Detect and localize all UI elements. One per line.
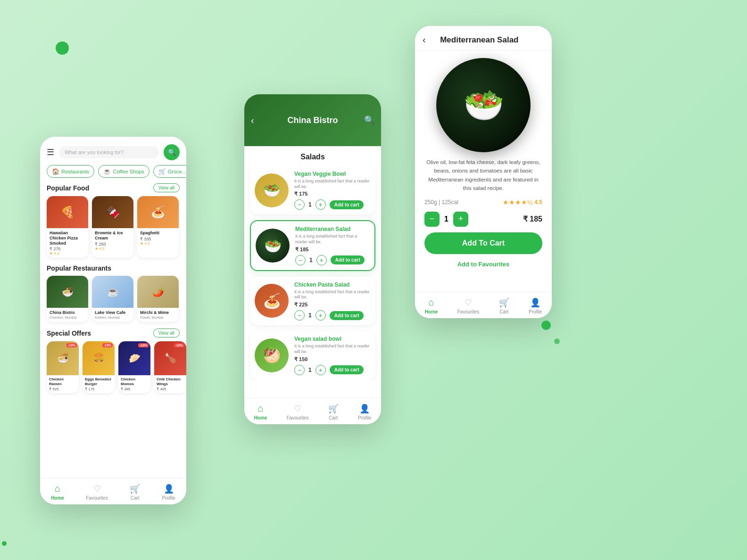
increase-qty[interactable]: + — [315, 365, 326, 375]
nav-cart[interactable]: 🛒 Cart — [499, 297, 509, 314]
qty-value: 1 — [308, 312, 312, 319]
category-label: Groce... — [168, 169, 186, 174]
categories-row: 🏠 Restaurants ☕ Coffee Shops 🛒 Groce... — [40, 165, 186, 183]
add-to-cart[interactable]: Add to cart — [330, 200, 364, 209]
nav-favourites[interactable]: ♡ Favourites — [457, 297, 480, 314]
profile-icon: 👤 — [359, 404, 370, 414]
heart-icon: ♡ — [93, 484, 101, 494]
add-to-cart-button[interactable]: Add To Cart — [424, 232, 542, 254]
heart-icon: ♡ — [465, 297, 472, 308]
rating-row: ★★★★½ 4.5 — [503, 198, 542, 206]
dish-title: Mediterranean Salad — [426, 35, 533, 45]
rest-name: Mirchi & Mime — [140, 310, 176, 315]
offer-card-0[interactable]: 🍜 -10% Chicken Ramen ₹ 525 — [47, 341, 79, 393]
special-offers-header: Special Offers View all — [40, 329, 186, 341]
nav-label: Profile — [162, 495, 175, 501]
offer-card-1[interactable]: 🍔 -15% Eggs Benedict Burger ₹ 176 — [83, 341, 115, 393]
nav-home[interactable]: ⌂ Home — [425, 297, 438, 314]
popular-rest-header: Popular Restaurants — [40, 264, 186, 276]
profile-icon: 👤 — [530, 297, 540, 308]
nav-label: Favourites — [457, 309, 480, 314]
popular-rest-grid: 🍜 China Bistro Chembur, Mumbai ☕ Lake Vi… — [40, 276, 186, 329]
add-to-cart[interactable]: Add to cart — [330, 311, 364, 320]
search-icon[interactable]: 🔍 — [364, 115, 374, 125]
nav-profile[interactable]: 👤 Profile — [358, 404, 371, 420]
increase-qty[interactable]: + — [315, 310, 326, 321]
nav-profile[interactable]: 👤 Profile — [529, 297, 542, 314]
nav-profile[interactable]: 👤 Profile — [162, 484, 175, 501]
nav-cart[interactable]: 🛒 Cart — [328, 404, 339, 420]
offer-badge: -10% — [138, 343, 149, 347]
food-card-1[interactable]: 🍫 Brownie & Ice Cream ₹ 250 ★ 4.5 — [92, 196, 133, 258]
nav-label: Profile — [529, 309, 542, 314]
special-offers-view-all[interactable]: View all — [153, 329, 180, 338]
item-details: Chicken Pasta Salad It is a long establi… — [294, 281, 371, 321]
decorative-dot-2 — [541, 321, 551, 330]
restaurant-name: China Bistro — [287, 115, 338, 125]
decrease-qty[interactable]: − — [295, 255, 306, 265]
back-button[interactable]: ‹ — [251, 115, 254, 126]
nav-favourites[interactable]: ♡ Favourites — [86, 484, 108, 501]
special-offers-grid: 🍜 -10% Chicken Ramen ₹ 525 🍔 -15% Eggs B… — [40, 341, 186, 399]
rest-name: China Bistro — [50, 310, 85, 315]
menu-item-3[interactable]: 🥙 Vegan salad bowl It is a long establis… — [250, 331, 375, 379]
restaurant-hero: ‹ China Bistro 🔍 — [244, 94, 381, 146]
add-to-cart[interactable]: Add to cart — [330, 365, 364, 374]
decorative-dot-4 — [2, 541, 7, 546]
nav-home[interactable]: ⌂ Home — [51, 483, 64, 501]
offer-price: ₹ 385 — [121, 387, 148, 391]
nav-home[interactable]: ⌂ Home — [254, 403, 267, 420]
offer-card-3[interactable]: 🍗 -10% Chili Chicken Wings ₹ 465 — [154, 341, 186, 393]
nav-label: Favourites — [86, 495, 108, 501]
rest-card-2[interactable]: 🌶️ Mirchi & Mime Powell, Mumbai — [137, 276, 179, 322]
dish-price: ₹ 185 — [523, 214, 542, 223]
menu-item-2[interactable]: 🍝 Chicken Pasta Salad It is a long estab… — [250, 277, 375, 325]
increase-qty[interactable]: + — [316, 255, 327, 265]
item-price: ₹ 150 — [294, 356, 371, 362]
offer-badge: -10% — [174, 343, 184, 347]
decrease-qty[interactable]: − — [294, 199, 305, 210]
item-actions: − 1 + Add to cart — [294, 199, 371, 210]
offer-name: Chili Chicken Wings — [157, 377, 184, 386]
grocery-icon: 🛒 — [158, 168, 166, 175]
qty-controls: − 1 + — [424, 212, 468, 227]
menu-item-1[interactable]: 🥗 Mediterranean Salad It is a long estab… — [250, 220, 375, 271]
hamburger-menu[interactable]: ☰ — [47, 147, 54, 157]
decrease-qty[interactable]: − — [294, 310, 305, 321]
search-button[interactable]: 🔍 — [164, 144, 180, 160]
increase-qty-btn[interactable]: + — [453, 212, 468, 227]
food-name: Hawaiian Chicken Pizza Smoked — [50, 231, 85, 246]
popular-rest-title: Popular Restaurants — [47, 264, 111, 272]
nav-label: Cart — [131, 495, 140, 501]
food-card-0[interactable]: 🍕 Hawaiian Chicken Pizza Smoked ₹ 275 ★ … — [47, 196, 88, 258]
food-name: Spaghetti — [140, 231, 176, 236]
item-actions: − 1 + Add to cart — [294, 365, 371, 375]
category-restaurants[interactable]: 🏠 Restaurants — [47, 165, 94, 178]
item-details: Vegan salad bowl It is a long establishe… — [294, 336, 371, 375]
nav-favourites[interactable]: ♡ Favourites — [287, 404, 309, 420]
food-card-2[interactable]: 🍝 Spaghetti ₹ 335 ★ 4.3 — [137, 196, 179, 258]
decrease-qty-btn[interactable]: − — [424, 212, 440, 227]
item-desc: It is a long established fact that a rea… — [294, 289, 371, 300]
bottom-nav-phone1: ⌂ Home ♡ Favourites 🛒 Cart 👤 Profile — [40, 478, 186, 504]
popular-food-view-all[interactable]: View all — [153, 183, 180, 192]
rest-card-1[interactable]: ☕ Lake View Cafe Andheri, Mumbai — [92, 276, 133, 322]
increase-qty[interactable]: + — [315, 199, 326, 210]
menu-item-list: 🥗 Vegan Veggie Bowl It is a long establi… — [244, 166, 381, 380]
add-to-cart[interactable]: Add to cart — [331, 255, 365, 264]
qty-value: 1 — [308, 367, 312, 373]
category-title: Salads — [244, 146, 381, 166]
add-to-favourites-button[interactable]: Add to Favourites — [415, 259, 552, 272]
menu-item-0[interactable]: 🥗 Vegan Veggie Bowl It is a long establi… — [250, 166, 375, 214]
item-name: Vegan Veggie Bowl — [294, 171, 371, 177]
item-name: Mediterranean Salad — [295, 226, 370, 232]
rest-card-0[interactable]: 🍜 China Bistro Chembur, Mumbai — [47, 276, 88, 322]
back-button[interactable]: ‹ — [423, 34, 426, 45]
offer-card-2[interactable]: 🥟 -10% Chicken Momos ₹ 385 — [118, 341, 150, 393]
nav-cart[interactable]: 🛒 Cart — [130, 484, 140, 501]
decrease-qty[interactable]: − — [294, 365, 305, 375]
category-coffee[interactable]: ☕ Coffee Shops — [98, 165, 149, 178]
category-grocery[interactable]: 🛒 Groce... — [153, 165, 186, 178]
restaurant-icon: 🏠 — [52, 168, 59, 175]
cart-icon: 🛒 — [130, 484, 140, 494]
